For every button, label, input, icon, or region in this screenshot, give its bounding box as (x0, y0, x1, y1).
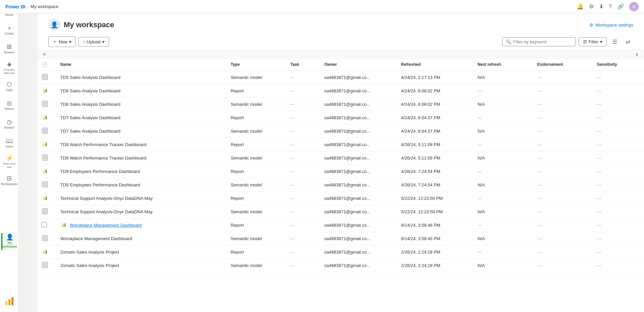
new-button[interactable]: ＋ New ▾ (48, 36, 76, 47)
row-type: Report (227, 111, 286, 125)
svg-point-75 (45, 210, 46, 211)
row-task: — (286, 178, 320, 192)
table-row: TD7 Sales Analysis DashboardSemantic mod… (38, 125, 644, 138)
sidebar-label-create: Create (5, 32, 14, 36)
row-next-refresh: N/A (474, 178, 533, 192)
svg-point-89 (45, 236, 46, 237)
col-header-next-refresh[interactable]: Next refresh (474, 58, 533, 71)
workspace-settings-button[interactable]: ⚙ Workspace settings (589, 23, 633, 28)
col-header-refreshed[interactable]: Refreshed (397, 58, 474, 71)
row-next-refresh: N/A (474, 151, 533, 165)
row-refreshed: 4/24/24, 6:08:02 PM (397, 84, 474, 98)
row-task: — (286, 219, 320, 232)
row-task: — (286, 84, 320, 98)
report-type-icon (42, 197, 48, 202)
table-row: Zomato Sales Analysis ProjectSemantic mo… (38, 259, 644, 272)
row-checkbox[interactable] (42, 222, 47, 227)
semantic-type-icon (42, 184, 48, 189)
view-toggle-button[interactable]: ☰ (609, 37, 620, 47)
row-endorsement: — (533, 151, 593, 165)
svg-point-11 (45, 78, 46, 79)
col-header-task[interactable]: Task (286, 58, 320, 71)
myworkspace-icon: 👤 (6, 234, 13, 240)
sidebar-item-apps[interactable]: ⬡ Apps (1, 78, 17, 95)
favorite-item-button[interactable]: ☆ (152, 222, 159, 229)
avatar[interactable]: S (629, 2, 639, 11)
collapse-bar[interactable]: ≡ ∨ (38, 50, 644, 58)
row-owner: sa4883871@gmail.co... (320, 219, 397, 232)
row-name-cell: TD6 Sales Analysis Dashboard (56, 84, 227, 98)
share-view-button[interactable]: ⇄ (623, 37, 633, 47)
powerbi-logo (1, 293, 17, 309)
chevron-down-icon-upload: ▾ (102, 39, 105, 44)
settings-icon[interactable]: ⚙ (589, 3, 594, 10)
svg-point-60 (43, 183, 44, 184)
row-endorsement: — (533, 165, 593, 178)
bell-icon[interactable]: 🔔 (577, 3, 584, 10)
file-icon-header: 📄 (42, 62, 47, 67)
col-header-owner[interactable]: Owner (320, 58, 397, 71)
upload-button[interactable]: ↑ Upload ▾ (78, 37, 109, 47)
row-owner: sa4883871@gmail.co... (320, 192, 397, 205)
col-header-name[interactable]: Name (56, 58, 227, 71)
sidebar-item-realtime[interactable]: ⚡ Real-Time hub (1, 153, 17, 171)
sidebar-label-workspaces: Workspaces (1, 182, 17, 186)
sidebar-item-workspaces[interactable]: ⊟ Workspaces (1, 172, 17, 189)
row-checkbox-cell (38, 192, 56, 205)
sidebar-item-browse[interactable]: ⊞ Browse (1, 40, 17, 58)
item-name-text: Technical Support Analysis-Onyx DataDNA … (60, 209, 153, 214)
sidebar-item-myworkspace[interactable]: 👤 My workspace (1, 233, 17, 250)
svg-point-21 (43, 103, 44, 104)
share-item-button[interactable]: ↗ (144, 222, 151, 229)
filter-button[interactable]: ☰ Filter ▾ (579, 37, 607, 46)
workspaces-icon: ⊟ (7, 175, 12, 181)
row-owner: sa4883871@gmail.co... (320, 165, 397, 178)
row-sensitivity: — (593, 192, 644, 205)
semantic-type-icon (42, 76, 48, 81)
row-checkbox-cell (38, 178, 56, 192)
powerbi-logo-container (1, 293, 17, 309)
sidebar-item-onelake[interactable]: ◈ OneLake data hub (1, 59, 17, 77)
main-content: 👤 My workspace ⚙ Workspace settings ＋ Ne… (38, 13, 644, 312)
table-row: TD9 Employees Performance DashboardSeman… (38, 178, 644, 192)
col-header-endorsement[interactable]: Endorsement (533, 58, 593, 71)
realtime-icon: ⚡ (6, 155, 13, 161)
report-type-icon (42, 170, 48, 175)
semantic-type-icon (42, 130, 48, 135)
more-options-button[interactable]: ⋯ (161, 222, 168, 229)
row-endorsement: — (533, 98, 593, 111)
col-header-type[interactable]: Type (227, 58, 286, 71)
item-name-text: TD6 Sales Analysis Dashboard (60, 88, 120, 93)
row-task: — (286, 98, 320, 111)
row-owner: sa4883871@gmail.co... (320, 125, 397, 138)
download-icon[interactable]: ⬇ (599, 3, 603, 10)
row-name-cell: Worskplace Management Dashboard (56, 232, 227, 246)
search-box[interactable]: 🔍 (502, 37, 576, 46)
sidebar-item-learn[interactable]: 📖 Learn (1, 134, 17, 152)
sidebar-item-create[interactable]: ＋ Create (1, 21, 17, 39)
svg-point-35 (43, 130, 44, 131)
row-refreshed: 2/26/24, 2:24:18 PM (397, 259, 474, 272)
svg-point-62 (46, 183, 47, 184)
svg-point-91 (43, 238, 44, 239)
search-input[interactable] (513, 39, 567, 44)
svg-rect-85 (63, 224, 64, 227)
browse-icon: ⊞ (7, 44, 12, 50)
sidebar-item-monitor[interactable]: ◷ Monitor (1, 116, 17, 133)
row-sensitivity: — (593, 219, 644, 232)
item-name-link[interactable]: Worskplace Management Dashboard (70, 223, 142, 228)
svg-point-106 (45, 265, 46, 266)
col-header-sensitivity[interactable]: Sensitivity (593, 58, 644, 71)
svg-point-77 (43, 211, 44, 212)
row-refreshed: 4/26/24, 5:11:08 PM (397, 151, 474, 165)
svg-point-66 (43, 185, 44, 186)
help-icon[interactable]: ? (609, 4, 612, 10)
share-icon[interactable]: 🔗 (617, 3, 624, 10)
row-type: Report (227, 192, 286, 205)
sidebar-item-metrics[interactable]: ◎ Metrics (1, 97, 17, 114)
svg-rect-14 (43, 91, 44, 92)
table-row: Worskplace Management Dashboard↗☆⋯Report… (38, 219, 644, 232)
row-next-refresh: N/A (474, 232, 533, 246)
svg-point-37 (46, 130, 47, 131)
svg-rect-30 (46, 116, 47, 119)
